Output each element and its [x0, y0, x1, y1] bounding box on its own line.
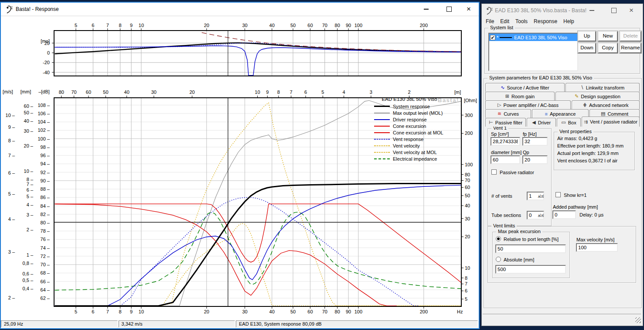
svg-text:100: 100 [354, 23, 362, 28]
tab-driver[interactable]: ◀Driver [527, 118, 556, 127]
svg-text:8: 8 [465, 275, 467, 281]
system-item-checkbox[interactable]: ✔ [490, 35, 495, 40]
menu-edit[interactable]: Edit [497, 17, 512, 26]
passive-radiator-checkbox[interactable]: ✔ [491, 169, 497, 175]
close-icon[interactable]: × [467, 5, 471, 14]
main-window: EAD E130 38L 50% Viso.basta - Basta! × F… [481, 3, 643, 326]
system-listbox[interactable]: ✔ * EAD E130 38L 50% Viso [488, 33, 578, 71]
tab-vent-passive-radiator[interactable]: ⇉Vent / passive radiator [582, 117, 640, 127]
svg-text:30: 30 [242, 309, 247, 314]
tab-linkwitz-transform[interactable]: ∖Linkwitz transform [566, 83, 640, 92]
system-list-item[interactable]: ✔ * EAD E130 38L 50% Viso [489, 34, 577, 41]
show-kr-checkbox[interactable]: ✔ [555, 192, 561, 197]
tube-sections-stepper[interactable]: ▲▼ [527, 211, 544, 220]
legend-line-sample [374, 145, 390, 146]
svg-text:200: 200 [420, 309, 428, 314]
svg-text:[Ohm]: [Ohm] [464, 98, 477, 103]
menu-tools[interactable]: Tools [512, 17, 531, 26]
spin-up-icon[interactable]: ▲ [538, 194, 541, 198]
main-window-titlebar[interactable]: EAD E130 38L 50% Viso.basta - Basta! × [482, 4, 643, 17]
svg-text:20: 20 [204, 309, 209, 314]
tab-curves[interactable]: ≋Curves [485, 109, 531, 118]
legend-label: System response [393, 104, 430, 109]
relative-port-length-radio[interactable] [496, 236, 501, 241]
svg-text:10: 10 [465, 265, 470, 271]
svg-text:0: 0 [47, 50, 50, 55]
absolute-mm-radio[interactable] [496, 257, 501, 262]
legend-label: Vent velocity [393, 143, 420, 148]
tab-room-gain[interactable]: ⊞Room gain [485, 92, 555, 100]
num-vents-stepper[interactable]: ▲▼ [527, 192, 544, 200]
absolute-mm-label: Absolute [mm] [504, 257, 534, 262]
tab-advanced-network[interactable]: ⋕Advanced network [572, 100, 640, 109]
copy-button[interactable]: Copy [598, 43, 618, 53]
svg-text:68 –: 68 – [41, 270, 50, 275]
added-pathway-input[interactable] [552, 210, 576, 219]
tab-label: Driver [538, 120, 551, 125]
svg-text:[mm]: [mm] [20, 89, 31, 94]
menu-help[interactable]: Help [560, 17, 577, 26]
tab-label: Advanced network [589, 103, 629, 108]
svg-text:60: 60 [86, 89, 91, 95]
screen: { "left_window": { "title": "Basta! - Re… [0, 0, 644, 330]
svg-text:30: 30 [242, 23, 247, 28]
svg-text:5 –: 5 – [27, 194, 34, 199]
spin-down-icon[interactable]: ▼ [541, 194, 544, 198]
tab-source-active-filter[interactable]: ∿Source / Active filter [485, 83, 565, 92]
fp-input[interactable] [522, 137, 548, 146]
tab-power-amplifier-ac-bass[interactable]: ▷Power amplifier / AC-bass [485, 100, 571, 109]
menu-response[interactable]: Response [531, 17, 560, 26]
svg-text:6: 6 [92, 309, 94, 314]
diameter-label: diameter [mm] [491, 150, 521, 155]
svg-text:30 –: 30 – [24, 128, 34, 134]
rename-button[interactable]: Rename [620, 43, 641, 53]
svg-text:7: 7 [465, 281, 467, 286]
response-charts[interactable]: 56789102030405060708090100200200-20-40[m… [1, 16, 481, 320]
filter-response-icon: ∿ [501, 85, 504, 90]
passive-filter-icon: ⊢ [489, 120, 493, 125]
menu-file[interactable]: File [483, 17, 497, 26]
tab-box[interactable]: ▭Box [557, 118, 581, 127]
up-button[interactable]: Up [578, 31, 596, 41]
spin-down-icon[interactable]: ▼ [541, 213, 544, 217]
resize-grip-icon[interactable] [635, 317, 641, 323]
minimize-icon[interactable] [589, 10, 594, 11]
spin-up-icon[interactable]: ▲ [538, 213, 541, 217]
svg-text:102 –: 102 – [37, 127, 50, 133]
down-button[interactable]: Down [578, 43, 596, 53]
svg-text:60 –: 60 – [24, 103, 34, 109]
system-item-marker: * [497, 35, 498, 40]
vent-properties-group: Vent properties Air mass: 0,4423 gEffect… [554, 132, 635, 170]
maximize-icon[interactable] [611, 8, 617, 13]
svg-text:20: 20 [189, 89, 194, 95]
statusbar-separator [483, 314, 641, 315]
minimize-icon[interactable] [424, 9, 429, 10]
absolute-mm-input[interactable] [495, 265, 566, 274]
vent-property-line: Vent encloses 0,3672 l of air [557, 158, 624, 163]
svg-text:3 –: 3 – [8, 249, 15, 254]
diameter-input[interactable] [491, 155, 520, 164]
response-window-titlebar[interactable]: Basta! - Response × [1, 3, 479, 16]
sp-input[interactable] [491, 137, 520, 146]
max-velocity-input[interactable] [576, 243, 618, 252]
basta-watermark: Basta! [438, 97, 459, 103]
svg-text:10: 10 [255, 89, 260, 95]
vent-property-line: Effective port length: 180,9 mm [557, 143, 624, 148]
tab-appearance[interactable]: ≡Appearance [532, 109, 589, 118]
new-button[interactable]: New [598, 31, 618, 41]
svg-text:98 –: 98 – [41, 144, 50, 150]
tab-passive-filter[interactable]: ⊢Passive filter [485, 118, 526, 127]
relative-port-length-input[interactable] [495, 244, 566, 253]
svg-text:20: 20 [465, 234, 470, 239]
tab-design-suggestion[interactable]: ✎Design suggestion [555, 92, 640, 100]
appearance-icon: ≡ [545, 111, 548, 117]
legend-label: Electrical impedance [393, 156, 437, 162]
maximize-icon[interactable] [446, 7, 452, 12]
legend-line-sample [374, 139, 390, 140]
fp-label: fp [Hz] [523, 131, 537, 137]
svg-text:20 –: 20 – [24, 143, 34, 148]
delete-button: Delete [620, 31, 641, 41]
qp-input[interactable] [522, 155, 548, 164]
close-icon[interactable]: × [629, 6, 634, 15]
svg-text:6: 6 [465, 288, 467, 293]
